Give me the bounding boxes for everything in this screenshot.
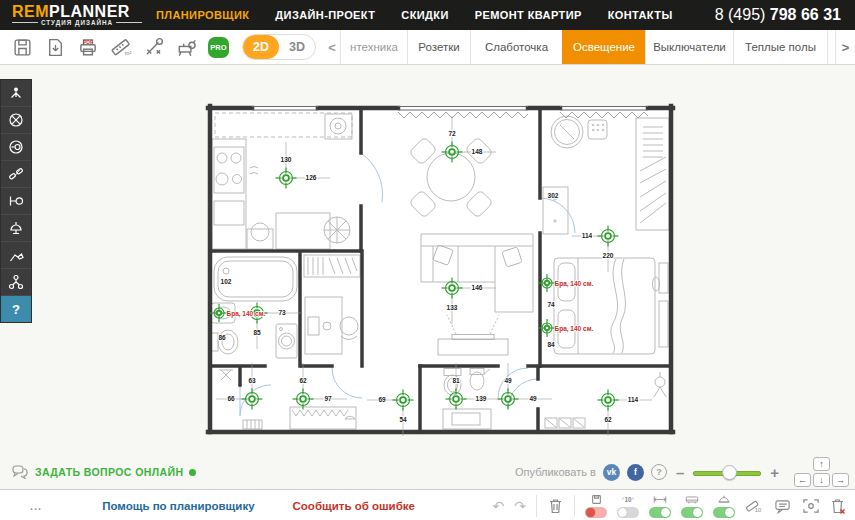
zoom-in-button[interactable]: +: [768, 464, 781, 481]
svg-text:62: 62: [299, 377, 307, 384]
file-tools: PDF m² PRO 2D 3D: [0, 30, 316, 64]
nav-planner[interactable]: ПЛАНИРОВЩИК: [156, 9, 249, 21]
pan-up-button[interactable]: ↑: [813, 457, 830, 471]
more-menu[interactable]: ...: [30, 500, 42, 512]
editor-toolbar: PDF m² PRO 2D 3D < нтехника Розетки Слаб…: [0, 30, 855, 65]
view-mode-toggle[interactable]: 2D 3D: [242, 34, 316, 60]
dimension-label: 102: [221, 278, 232, 285]
flex-lamp-icon: [7, 246, 25, 264]
undo-button[interactable]: ↶: [493, 498, 505, 514]
tool-flex-lamp[interactable]: [1, 242, 31, 269]
spotlight-icon: [7, 138, 25, 156]
zoom-slider-knob[interactable]: [722, 465, 737, 480]
nav-design-project[interactable]: ДИЗАЙН-ПРОЕКТ: [275, 9, 375, 21]
svg-text:Бра, 140 см.: Бра, 140 см.: [555, 280, 594, 288]
view-2d-button[interactable]: 2D: [243, 35, 279, 59]
measure-10-button[interactable]: 10: [745, 497, 764, 515]
view-3d-button[interactable]: 3D: [279, 35, 315, 59]
dimension-label: 86: [218, 334, 226, 341]
tool-light-circuit[interactable]: [1, 269, 31, 296]
bottom-toolbar: ... Помощь по планировщику Сообщить об о…: [0, 489, 855, 520]
furniture-toggle[interactable]: [681, 494, 703, 518]
publish-help-button[interactable]: ?: [651, 464, 667, 480]
svg-text:146: 146: [472, 284, 483, 291]
export-button[interactable]: [43, 35, 67, 59]
tab-sockets[interactable]: Розетки: [407, 30, 470, 64]
wall-lamp-icon: [7, 192, 25, 210]
save-button[interactable]: [10, 35, 34, 59]
logo-rem: REM: [12, 3, 49, 20]
vk-share-button[interactable]: vk: [603, 464, 620, 481]
tabs-scroll-right[interactable]: >: [835, 30, 855, 64]
tab-heated-floors[interactable]: Теплые полы: [733, 30, 828, 64]
tool-no-light[interactable]: [1, 107, 31, 134]
svg-text:62: 62: [604, 416, 612, 423]
floor-plan[interactable]: 1301267214814613373851142206366629769548…: [0, 65, 855, 489]
measure-button[interactable]: m²: [109, 35, 133, 59]
nav-renovation[interactable]: РЕМОНТ КВАРТИР: [475, 9, 582, 21]
tab-lighting[interactable]: Освещение: [562, 30, 645, 64]
category-tabs: нтехника Розетки Слаботочка Освещение Вы…: [340, 30, 828, 64]
tool-point-light[interactable]: [1, 80, 31, 107]
svg-text:49: 49: [504, 377, 512, 384]
remplanner-logo[interactable]: REMPLANNER СТУДИЯ ДИЗАЙНА: [12, 4, 142, 26]
tool-track-light[interactable]: [1, 161, 31, 188]
focus-icon: [802, 497, 820, 515]
print-pdf-icon: PDF: [77, 36, 99, 58]
point-light-icon: [7, 84, 25, 102]
trash-x-icon: [830, 497, 847, 515]
svg-text:148: 148: [472, 148, 483, 155]
planner-help-link[interactable]: Помощь по планировщику: [102, 500, 254, 512]
light-circuit-icon: [7, 273, 25, 291]
tool-chandelier[interactable]: [1, 215, 31, 242]
facebook-share-button[interactable]: f: [627, 464, 644, 481]
report-error-link[interactable]: Сообщить об ошибке: [293, 500, 415, 512]
dimension-label: 74: [547, 301, 555, 308]
svg-text:130: 130: [281, 156, 292, 163]
comments-button[interactable]: [774, 498, 792, 515]
pro-badge[interactable]: PRO: [208, 37, 229, 58]
snap-10-toggle[interactable]: 10: [617, 494, 639, 518]
top-header: REMPLANNER СТУДИЯ ДИЗАЙНА ПЛАНИРОВЩИК ДИ…: [0, 0, 855, 30]
autosave-toggle[interactable]: [585, 494, 607, 518]
help-button[interactable]: ?: [1, 296, 31, 322]
tab-low-current[interactable]: Слаботочка: [470, 30, 562, 64]
ruler-icon: m²: [110, 36, 132, 58]
tab-plumbing[interactable]: нтехника: [340, 30, 407, 64]
lighting-tool-rail: ?: [0, 79, 32, 323]
redo-button[interactable]: ↷: [514, 498, 526, 514]
tab-switches[interactable]: Выключатели: [645, 30, 733, 64]
plan-canvas[interactable]: 1301267214814613373851142206366629769548…: [0, 65, 855, 489]
svg-text:81: 81: [452, 377, 460, 384]
ask-question-online[interactable]: ЗАДАТЬ ВОПРОС ОНЛАЙН: [12, 465, 196, 479]
demolition-button[interactable]: [175, 35, 199, 59]
furniture-icon: [685, 494, 699, 505]
center-view-button[interactable]: [802, 497, 820, 515]
tools-button[interactable]: [142, 35, 166, 59]
pan-down-button[interactable]: ↓: [813, 473, 830, 487]
delete-button[interactable]: [547, 497, 564, 515]
tool-spotlight[interactable]: [1, 134, 31, 161]
svg-text:63: 63: [248, 377, 256, 384]
pan-right-button[interactable]: →: [832, 473, 849, 487]
svg-text:54: 54: [399, 416, 407, 423]
clear-plan-button[interactable]: [830, 497, 847, 515]
ceiling-lamp-icon: [717, 494, 731, 505]
canvas-bottom-bar: ЗАДАТЬ ВОПРОС ОНЛАЙН Опубликовать в vk f…: [0, 459, 855, 485]
publish-label: Опубликовать в: [515, 466, 596, 478]
no-light-icon: [7, 111, 25, 129]
zoom-out-button[interactable]: –: [674, 464, 686, 481]
zoom-slider[interactable]: [693, 465, 761, 479]
print-pdf-button[interactable]: PDF: [76, 35, 100, 59]
remplanner-app: { "header":{ "logo_rem":"REM","logo_plan…: [0, 0, 855, 520]
pan-left-button[interactable]: ←: [794, 473, 811, 487]
tabs-scroll-left[interactable]: <: [324, 30, 340, 64]
nav-contacts[interactable]: КОНТАКТЫ: [608, 9, 673, 21]
lighting-toggle[interactable]: [713, 494, 735, 518]
svg-text:139: 139: [476, 395, 487, 402]
track-light-icon: [7, 165, 25, 183]
svg-text:m²: m²: [125, 50, 132, 56]
dimensions-toggle[interactable]: [649, 494, 671, 518]
tool-wall-lamp[interactable]: [1, 188, 31, 215]
nav-discounts[interactable]: СКИДКИ: [401, 9, 448, 21]
